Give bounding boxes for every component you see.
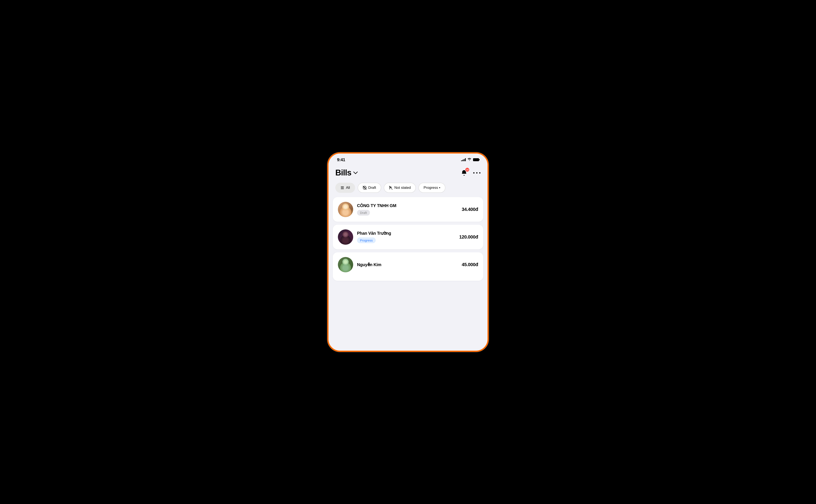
status-bar: 9:41 — [328, 154, 488, 164]
svg-point-1 — [476, 172, 478, 174]
svg-rect-4 — [341, 188, 344, 188]
bill-info-1: CÔNG TY TNHH GM Draft — [357, 203, 458, 216]
filter-not-stated-label: Not stated — [394, 186, 411, 190]
bill-name-1: CÔNG TY TNHH GM — [357, 203, 458, 208]
avatar-1 — [338, 202, 353, 217]
filter-progress-label: Progress • — [424, 186, 440, 190]
bill-name-2: Phan Văn Trường — [357, 231, 456, 236]
notification-bell[interactable]: 10 — [460, 168, 469, 178]
svg-point-2 — [479, 172, 481, 174]
filter-draft-label: Draft — [368, 186, 376, 190]
phone-frame: 9:41 Bills — [327, 152, 489, 352]
battery-icon — [473, 158, 479, 161]
status-time: 9:41 — [337, 157, 345, 162]
bill-card-3[interactable]: Nguyễn Kim 45.000đ — [333, 252, 483, 281]
filter-tab-draft[interactable]: Draft — [357, 183, 381, 193]
bill-amount-3: 45.000đ — [462, 262, 478, 267]
bill-amount-1: 34.400đ — [462, 207, 478, 212]
filter-tab-all[interactable]: All — [335, 183, 355, 193]
header-actions: 10 — [460, 168, 481, 178]
page-title: Bills — [335, 168, 351, 177]
header: Bills 10 — [328, 164, 488, 181]
chevron-down-icon[interactable] — [353, 171, 357, 175]
signal-icon — [461, 158, 466, 161]
bill-amount-2: 120.000đ — [459, 234, 478, 240]
status-icons — [461, 158, 479, 162]
bill-status-1: Draft — [357, 210, 370, 216]
filter-tab-progress[interactable]: Progress • — [419, 183, 446, 193]
filter-bar: All Draft Not stated Progress • — [328, 181, 488, 197]
bill-card-2[interactable]: Phan Văn Trường Progress 120.000đ — [333, 225, 483, 249]
notification-badge: 10 — [465, 167, 470, 172]
bill-name-3: Nguyễn Kim — [357, 262, 458, 267]
avatar-2 — [338, 229, 353, 245]
bill-info-2: Phan Văn Trường Progress — [357, 231, 456, 243]
bill-card-1[interactable]: CÔNG TY TNHH GM Draft 34.400đ — [333, 197, 483, 222]
filter-all-label: All — [346, 186, 350, 190]
bill-status-2: Progress — [357, 237, 376, 243]
svg-point-0 — [473, 172, 475, 174]
wifi-icon — [468, 158, 471, 162]
list-icon — [340, 186, 344, 190]
filter-tab-not-stated[interactable]: Not stated — [384, 183, 416, 193]
svg-rect-6 — [341, 186, 341, 187]
more-menu-button[interactable] — [473, 172, 481, 174]
bill-list: CÔNG TY TNHH GM Draft 34.400đ Phan Văn T… — [328, 197, 488, 277]
draft-icon — [363, 186, 366, 190]
flag-slash-icon — [389, 186, 393, 190]
avatar-3 — [338, 257, 353, 272]
svg-rect-5 — [341, 189, 344, 189]
header-title-group[interactable]: Bills — [335, 168, 357, 177]
bill-info-3: Nguyễn Kim — [357, 262, 458, 267]
